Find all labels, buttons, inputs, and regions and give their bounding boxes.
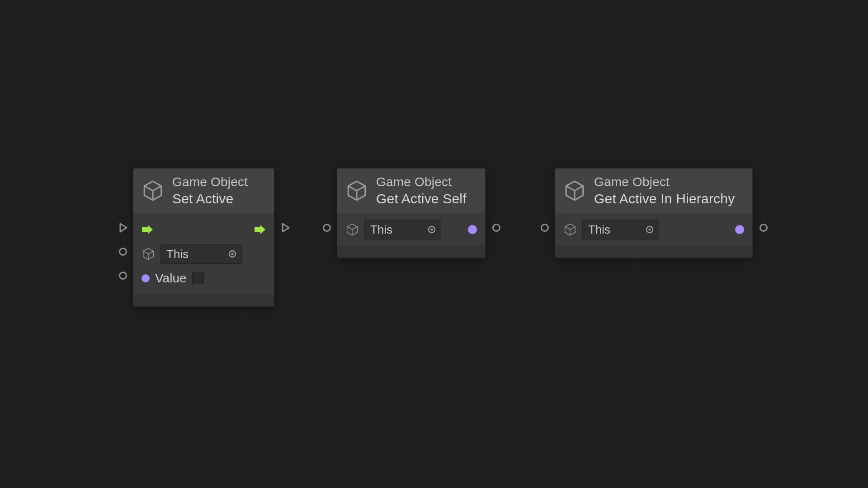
target-in-port[interactable] [119,248,127,256]
flow-in-arrow-icon [142,225,153,235]
bool-out-port[interactable] [492,224,500,232]
node-category: Game Object [594,175,735,189]
target-in-port[interactable] [541,224,549,232]
node-category: Game Object [376,175,467,189]
value-checkbox[interactable] [192,272,204,284]
target-object-field[interactable]: This [160,244,242,264]
target-object-field[interactable]: This [364,220,441,239]
bool-output-icon [735,225,744,234]
gameobject-icon [563,223,577,236]
target-object-value: This [588,223,610,237]
target-input-row: This [142,242,266,266]
svg-point-1 [231,253,234,255]
target-object-field[interactable]: This [582,220,659,239]
value-in-port[interactable] [119,272,127,280]
value-label: Value [155,271,187,286]
flow-row [142,218,266,241]
gameobject-icon [142,179,164,202]
node-set-active[interactable]: Game Object Set Active Th [133,168,274,307]
node-header[interactable]: Game Object Get Active Self [337,169,485,213]
target-in-port[interactable] [323,224,331,232]
value-input-row: Value [142,267,266,290]
node-header[interactable]: Game Object Set Active [133,169,274,213]
object-picker-icon[interactable] [427,225,436,234]
gameobject-icon [345,223,359,236]
node-category: Game Object [172,175,248,189]
node-title: Set Active [172,191,248,206]
gameobject-icon [563,179,586,202]
bool-out-port[interactable] [760,224,768,232]
target-object-value: This [166,247,189,261]
node-footer [337,246,485,258]
io-row: This [345,218,477,241]
graph-canvas[interactable]: Game Object Set Active Th [0,0,868,488]
gameobject-icon [142,247,155,261]
node-footer [555,246,752,258]
flow-out-port[interactable] [281,223,289,231]
svg-point-5 [649,229,651,231]
gameobject-icon [345,179,368,202]
svg-point-3 [431,229,433,231]
io-row: This [563,218,744,241]
object-picker-icon[interactable] [645,225,654,234]
node-header[interactable]: Game Object Get Active In Hierarchy [555,169,752,213]
node-footer [133,295,274,306]
bool-output-icon [468,225,477,234]
node-title: Get Active In Hierarchy [594,191,735,206]
node-get-active-in-hierarchy[interactable]: Game Object Get Active In Hierarchy This [555,168,753,258]
target-object-value: This [370,223,392,237]
flow-out-arrow-icon [254,225,266,235]
node-title: Get Active Self [376,191,467,206]
object-picker-icon[interactable] [228,249,237,258]
flow-in-port[interactable] [119,223,127,231]
bool-type-icon [142,274,150,282]
node-get-active-self[interactable]: Game Object Get Active Self This [337,168,486,258]
